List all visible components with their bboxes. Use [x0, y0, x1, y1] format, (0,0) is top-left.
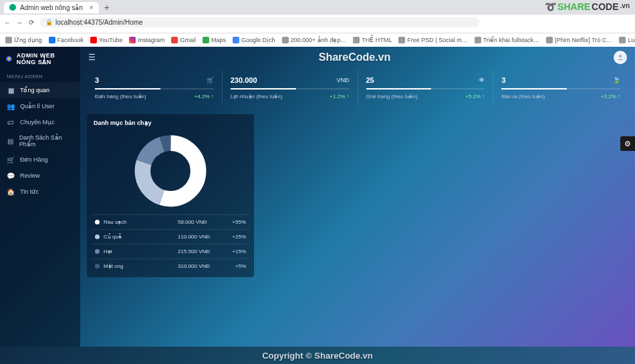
- tab-title: Admin web nông sản: [20, 4, 83, 11]
- bookmark-label: [Phim Netflix] Trò C…: [555, 37, 613, 43]
- legend-swatch: [95, 234, 100, 239]
- logo-share: SHARE: [557, 1, 590, 12]
- bookmark-item[interactable]: YouTube: [90, 37, 122, 43]
- bookmark-label: Facebook: [57, 37, 84, 43]
- favicon-icon: [5, 37, 12, 43]
- favicon-icon: [353, 37, 360, 43]
- favicon-icon: [171, 37, 178, 43]
- bookmark-label: Gmail: [180, 37, 196, 43]
- bookmark-label: 200.000+ ảnh đẹp…: [291, 37, 347, 43]
- bookmark-item[interactable]: Free PSD | Social m…: [398, 37, 467, 43]
- sidebar-item[interactable]: ▦Tổng quan: [0, 82, 80, 98]
- legend-value: 310.000 VNĐ: [178, 263, 223, 269]
- legend-name: Rau sạch: [104, 219, 126, 225]
- url-bar[interactable]: 🔒 localhost:44375/Admin/Home: [40, 17, 479, 27]
- stat-subtitle: Đơn hàng (theo tuần): [95, 94, 146, 100]
- bookmark-label: Maps: [211, 37, 226, 43]
- footer: Copyright © ShareCode.vn: [0, 347, 635, 364]
- bookmark-label: Luận văn - Các nhâ…: [628, 37, 635, 43]
- favicon-icon: [9, 4, 16, 11]
- logo-icon: [5, 54, 13, 63]
- topbar: ☰ ShareCode.vn: [80, 47, 635, 68]
- close-icon[interactable]: ×: [90, 4, 94, 11]
- bookmark-label: Ứng dụng: [14, 37, 42, 43]
- stat-value: 230.000: [231, 76, 257, 84]
- bookmarks-bar: Ứng dụngFacebookYouTubeInstagramGmailMap…: [0, 33, 635, 47]
- legend-value: 215.500 VNĐ: [178, 248, 223, 254]
- avatar[interactable]: [614, 51, 627, 64]
- favicon-icon: [282, 37, 289, 43]
- bookmark-label: Instagram: [138, 37, 164, 43]
- forward-icon[interactable]: →: [16, 19, 23, 26]
- legend-swatch: [95, 264, 100, 268]
- favicon-icon: [546, 37, 553, 43]
- new-tab-button[interactable]: +: [104, 2, 110, 13]
- legend-swatch: [95, 220, 100, 224]
- bookmark-item[interactable]: Maps: [203, 37, 226, 43]
- sidebar-item[interactable]: 🛒Đơn Hàng: [0, 152, 80, 168]
- legend-pct: +55%: [223, 219, 246, 225]
- svg-point-0: [619, 55, 622, 57]
- sidebar-item[interactable]: 🏷Chuyên Mục: [0, 114, 80, 130]
- sidebar-item-label: Chuyên Mục: [20, 119, 55, 126]
- url-text: localhost:44375/Admin/Home: [55, 19, 143, 26]
- legend-value: 110.000 VNĐ: [178, 234, 223, 240]
- legend-row: Mật ong 310.000 VNĐ +5%: [91, 258, 250, 273]
- bookmark-item[interactable]: Instagram: [129, 37, 164, 43]
- stat-progress: [231, 88, 350, 89]
- donut-chart: [134, 134, 207, 208]
- app-root: ADMIN WEB NÔNG SẢN MENU ADMIN ▦Tổng quan…: [0, 47, 635, 360]
- stat-delta: +5.2% ↑: [465, 94, 485, 100]
- footer-text: Copyright © ShareCode.vn: [262, 351, 373, 361]
- stat-card: 25👁 Ghé trang (theo tuần)+5.2% ↑: [358, 71, 494, 105]
- stat-value: 25: [366, 76, 374, 84]
- legend-value: 58.000 VNĐ: [178, 219, 223, 225]
- sidebar-item[interactable]: 🏠Tin tức: [0, 184, 80, 200]
- sidebar-item[interactable]: 💬Review: [0, 168, 80, 184]
- stat-delta: +4.2% ↑: [195, 94, 214, 100]
- legend-name: Hạt: [104, 248, 112, 254]
- sidebar-item-label: Review: [20, 172, 40, 179]
- stat-delta: +1.2% ↑: [330, 94, 349, 100]
- toolbar: ← → ⟳ 🔒 localhost:44375/Admin/Home: [0, 15, 635, 29]
- sidebar-item-label: Quản lí User: [20, 103, 55, 110]
- bookmark-item[interactable]: [Phim Netflix] Trò C…: [546, 37, 613, 43]
- stat-progress: [501, 88, 620, 89]
- bookmark-item[interactable]: 200.000+ ảnh đẹp…: [282, 37, 347, 43]
- stat-card: 3🍃 Bán ra (theo tuần)+2.2% ↑: [493, 71, 628, 105]
- brand-text: ADMIN WEB NÔNG SẢN: [17, 52, 75, 65]
- grid-icon: ▦: [7, 86, 15, 94]
- bookmark-item[interactable]: Ứng dụng: [5, 37, 42, 43]
- sidebar-nav: ▦Tổng quan👥Quản lí User🏷Chuyên Mục▤Danh …: [0, 82, 80, 200]
- tag-icon: 🏷: [7, 118, 15, 126]
- settings-float-button[interactable]: ⚙: [620, 136, 635, 151]
- browser-tab[interactable]: Admin web nông sản ×: [4, 2, 99, 13]
- sidebar-item[interactable]: 👥Quản lí User: [0, 98, 80, 114]
- hamburger-icon[interactable]: ☰: [88, 53, 96, 62]
- bookmark-item[interactable]: Triển khai fullstack…: [475, 37, 539, 43]
- legend-name: Củ quả: [104, 234, 122, 240]
- favicon-icon: [619, 37, 626, 43]
- bookmark-item[interactable]: Luận văn - Các nhâ…: [619, 37, 635, 43]
- bookmark-item[interactable]: Google Dịch: [233, 37, 275, 43]
- swirl-icon: ➰: [545, 1, 556, 12]
- favicon-icon: [90, 37, 97, 43]
- tab-strip: Admin web nông sản × +: [0, 0, 635, 15]
- brand[interactable]: ADMIN WEB NÔNG SẢN: [0, 47, 80, 71]
- sidebar-item-label: Đơn Hàng: [20, 156, 48, 163]
- bookmark-item[interactable]: Facebook: [49, 37, 84, 43]
- watermark-text: ShareCode.vn: [319, 51, 391, 63]
- user-icon: [616, 53, 624, 61]
- favicon-icon: [203, 37, 209, 43]
- bookmark-item[interactable]: Gmail: [171, 37, 196, 43]
- bookmark-item[interactable]: THẺ HTML: [353, 37, 392, 43]
- sidebar-item[interactable]: ▤Danh Sách Sản Phẩm: [0, 130, 80, 152]
- reload-icon[interactable]: ⟳: [28, 19, 35, 26]
- legend-pct: +5%: [223, 263, 246, 269]
- back-icon[interactable]: ←: [4, 19, 11, 26]
- legend-pct: +15%: [223, 248, 246, 254]
- stat-card: 230.000VNĐ Lợi nhuận (theo tuần)+1.2% ↑: [223, 71, 358, 105]
- donut-slice: [142, 143, 198, 198]
- legend-row: Hạt 215.500 VNĐ +15%: [91, 244, 250, 258]
- gear-icon: ⚙: [624, 140, 631, 148]
